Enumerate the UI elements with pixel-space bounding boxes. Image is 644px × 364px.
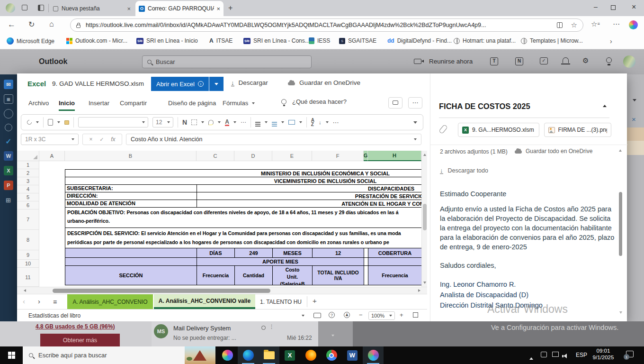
name-box[interactable]: 1R x 3C [21, 134, 79, 145]
undo-icon[interactable] [26, 119, 33, 126]
ribbon-tab-inicio[interactable]: Inicio [59, 100, 75, 111]
bookmark-sgaitsae[interactable]: SSGAITSAE [339, 37, 376, 44]
cell-r5-label[interactable]: DIRECCIÓN: [65, 192, 197, 200]
cell-r9-b[interactable] [65, 248, 197, 258]
row-header-1[interactable]: 1 [17, 161, 39, 169]
wrap-dropdown[interactable] [281, 121, 284, 123]
taskbar-app-browser2[interactable] [363, 346, 384, 364]
action-center-icon[interactable]: 1 [626, 351, 634, 357]
window-close-button[interactable]: × [632, 3, 636, 11]
row-header-2[interactable]: 2 [17, 169, 39, 177]
merge-dropdown[interactable] [299, 121, 302, 123]
undo-dropdown[interactable] [36, 121, 39, 123]
attachment-chip-xlsm[interactable]: X 9. GA...HERMOSO.xlsm [458, 123, 539, 137]
col-header-B[interactable]: B [65, 151, 197, 161]
insert-function-icon[interactable]: fx [111, 136, 115, 143]
outlook-search-box[interactable]: Buscar [142, 55, 312, 68]
formula-bar[interactable]: Costo Año x Unid. Atención [126, 134, 421, 145]
tray-clock[interactable]: 09:01 9/1/2025 [589, 348, 617, 360]
col-header-C[interactable]: C [197, 151, 234, 161]
col-header-E[interactable]: E [272, 151, 312, 161]
tray-feedback-icon[interactable] [541, 352, 547, 357]
cell-r8-descripcion[interactable]: DESCRIPCIÓN DEL SERVICIO: El servicio At… [65, 228, 421, 248]
tray-language[interactable]: ESP [576, 352, 587, 358]
workspaces-icon[interactable] [22, 5, 27, 10]
tab-close-icon[interactable]: × [216, 5, 220, 12]
cell-r9-dias[interactable]: DÍAS [197, 248, 235, 258]
cell-r7-poblacion[interactable]: POBLACIÓN OBJETIVO: Personas con discapa… [65, 207, 421, 228]
col-header-A[interactable]: A [39, 151, 65, 161]
groups-icon[interactable] [5, 124, 12, 131]
paste-icon[interactable] [48, 119, 53, 126]
account-avatar[interactable] [623, 55, 635, 68]
taskbar-search-box[interactable]: Escribe aquí para buscar [23, 346, 185, 364]
cell-r5-value[interactable]: PRESTACIÓN DE SERVICIOS [197, 192, 421, 200]
keyboard-icon[interactable] [313, 313, 321, 318]
gear-icon[interactable]: ⚙ [582, 56, 589, 65]
font-size-select[interactable]: 12 [152, 117, 173, 127]
cell-r11-frecuencia2[interactable]: Frecuencia [368, 265, 421, 285]
teams-icon[interactable]: T [490, 57, 498, 65]
address-bar[interactable]: https://outlook.live.com/mail/0/inbox/id… [70, 18, 583, 32]
zoom-in-icon[interactable]: + [400, 311, 403, 318]
merge-icon[interactable] [288, 120, 295, 125]
todo-icon[interactable]: ✓ [540, 57, 548, 64]
tray-network-icon[interactable] [552, 352, 559, 357]
people-icon[interactable] [4, 109, 13, 118]
sheet-tab-convenio-valle[interactable]: A. Análisis_AHC_CONVENIO valle [154, 294, 255, 309]
sheet-tab-convenio[interactable]: A. Análisis_AHC_CONVENIO [67, 294, 153, 309]
sort-dropdown[interactable] [326, 121, 329, 123]
taskbar-app-word[interactable]: W [342, 346, 363, 364]
cell-r11-frecuencia1[interactable]: Frecuencia [197, 265, 235, 285]
font-color-dropdown[interactable] [233, 121, 236, 123]
scroll-right-icon[interactable] [418, 289, 420, 292]
row-header-3[interactable]: 3 [17, 177, 39, 185]
sheet-grid[interactable]: MINISTERIO DE INCLUSIÓN ECONÓMICA Y SOCI… [39, 161, 421, 287]
url-text[interactable]: https://outlook.live.com/mail/0/inbox/id… [86, 22, 557, 28]
home-icon[interactable]: ⌂ [49, 20, 54, 28]
mail-icon[interactable]: ✉ [4, 80, 13, 89]
calendar-icon[interactable]: ▦ [4, 94, 13, 104]
align-dropdown[interactable] [265, 121, 268, 123]
more-apps-icon[interactable]: ⊞ [4, 195, 13, 205]
sort-filter-icon[interactable]: AZ [311, 118, 314, 127]
bookmark-sri-consultas[interactable]: SRISRI en Línea - Cons... [243, 37, 310, 44]
bookmark-templates[interactable]: Templates | Microw... [521, 37, 583, 44]
col-header-F[interactable]: F [312, 151, 364, 161]
fullscreen-icon[interactable] [413, 312, 418, 318]
browser-menu-icon[interactable]: ⋯ [613, 20, 620, 28]
ribbon-tab-archivo[interactable]: Archivo [28, 100, 49, 107]
taskbar-app-explorer[interactable] [259, 346, 279, 364]
row-header-10[interactable]: 10 [17, 260, 39, 268]
favorites-bar-icon[interactable]: ☆≡ [591, 20, 600, 28]
cell-r11-seccion[interactable]: SECCIÓN [65, 265, 197, 285]
cancel-entry-icon[interactable]: × [89, 136, 92, 143]
cell-title2[interactable]: VICEMINISTERIO DE INCLUSIÓN SOCIAL [65, 177, 421, 185]
help-icon[interactable]: ? [329, 312, 335, 318]
add-sheet-icon[interactable]: + [313, 297, 317, 305]
bookmark-itsae[interactable]: AITSAE [209, 37, 233, 44]
sheet-nav-prev-icon[interactable]: ‹ [23, 297, 25, 305]
search-highlight-image[interactable] [185, 346, 215, 364]
row-header-7[interactable]: 7 [17, 209, 39, 230]
format-painter-icon[interactable] [64, 120, 69, 125]
onenote-icon[interactable]: N [515, 57, 523, 65]
cell-r11-costo[interactable]: Costo Unit. (Salario+B [272, 265, 313, 285]
cell-r10-aporte[interactable]: APORTE MIES [197, 257, 364, 266]
scroll-down-icon[interactable] [423, 282, 426, 284]
tab-close-icon[interactable]: × [127, 5, 131, 12]
paste-dropdown[interactable] [57, 121, 60, 123]
window-minimize-button[interactable]: – [586, 3, 605, 10]
bookmarks-overflow-icon[interactable]: › [610, 37, 612, 45]
pane-scroll-up-icon[interactable] [619, 149, 622, 152]
confirm-entry-icon[interactable]: ✓ [99, 136, 104, 143]
open-in-excel-button[interactable]: Abrir en Excel i [151, 77, 209, 91]
cell-r6-value[interactable]: ATENCIÓN EN EL HOGAR Y COMUNIDA [197, 200, 421, 208]
ribbon-tab-insertar[interactable]: Insertar [89, 100, 109, 107]
refresh-icon[interactable]: ↻ [28, 20, 35, 29]
bookmark-outlook[interactable]: Outlook.com - Micr... [66, 37, 127, 44]
ribbon-tab-compartir[interactable]: Compartir [120, 100, 147, 107]
copilot-icon[interactable] [629, 20, 638, 29]
cell-r11-cantidad[interactable]: Cantidad [234, 265, 273, 285]
word-icon[interactable]: W [4, 151, 13, 161]
